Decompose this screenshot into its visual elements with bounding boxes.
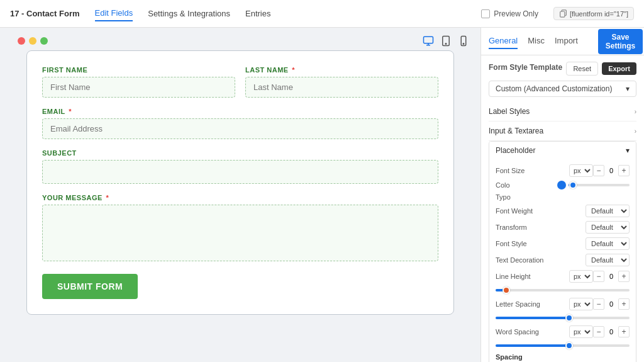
form-group-lastname: LAST NAME * <box>245 66 438 98</box>
typo-row: Typo <box>496 193 630 201</box>
preview-only-checkbox[interactable] <box>481 9 490 18</box>
font-size-unit-select[interactable]: px <box>569 164 593 177</box>
text-decoration-row: Text Decoration Default <box>496 254 630 266</box>
text-decoration-select[interactable]: Default <box>586 254 630 266</box>
input-textarea-row[interactable]: Input & Textarea › <box>489 122 636 141</box>
form-style-template-section: Form Style Template Reset Export Custom … <box>489 62 636 97</box>
dot-green <box>40 37 48 45</box>
form-row-message: YOUR MESSAGE * <box>42 194 438 261</box>
font-weight-label: Font Weight <box>496 207 586 215</box>
device-desktop-icon[interactable] <box>421 34 435 48</box>
font-size-decrement[interactable]: − <box>593 165 604 176</box>
color-slider[interactable] <box>569 181 630 189</box>
device-tablet-icon[interactable] <box>439 34 453 48</box>
placeholder-body: Font Size px − 0 + Colo <box>489 159 636 362</box>
letter-spacing-row: Letter Spacing px − 0 + <box>496 298 630 310</box>
font-style-select[interactable]: Default <box>586 237 630 250</box>
font-size-input-group: − 0 + <box>593 165 630 176</box>
color-row: Colo <box>496 181 630 189</box>
line-height-row: Line Height px − 0 + <box>496 270 630 283</box>
shortcode-badge[interactable]: [fluentform id="17"] <box>553 7 634 20</box>
svg-rect-2 <box>424 37 433 43</box>
font-weight-row: Font Weight Default <box>496 205 630 217</box>
input-subject[interactable] <box>42 160 438 184</box>
font-weight-select[interactable]: Default <box>586 205 630 217</box>
input-lastname[interactable] <box>245 77 438 98</box>
label-message: YOUR MESSAGE * <box>42 194 438 201</box>
tab-import[interactable]: Import <box>555 33 578 49</box>
template-dropdown[interactable]: Custom (Advanced Customization) ▾ <box>489 81 636 97</box>
word-spacing-increment[interactable]: + <box>618 326 630 337</box>
word-spacing-value: 0 <box>606 328 617 336</box>
device-mobile-icon[interactable] <box>457 34 470 48</box>
word-spacing-row: Word Spacing px − 0 + <box>496 325 630 338</box>
submit-button[interactable]: SUBMIT FORM <box>42 274 138 299</box>
letter-spacing-label: Letter Spacing <box>496 300 569 308</box>
font-size-value: 0 <box>606 167 617 174</box>
line-height-slider[interactable] <box>496 286 630 294</box>
font-size-increment[interactable]: + <box>618 165 630 176</box>
dropdown-chevron-icon: ▾ <box>626 84 630 93</box>
tab-misc[interactable]: Misc <box>528 33 545 49</box>
placeholder-chevron-icon: ▾ <box>626 146 630 155</box>
right-panel: General Misc Import Save Settings Form S… <box>480 28 644 362</box>
color-label: Colo <box>496 181 557 189</box>
label-styles-row[interactable]: Label Styles › <box>489 102 636 122</box>
label-email: EMAIL * <box>42 108 438 115</box>
letter-spacing-increment[interactable]: + <box>618 298 630 310</box>
label-subject: SUBJECT <box>42 149 438 157</box>
line-height-label: Line Height <box>496 273 569 280</box>
export-button[interactable]: Export <box>602 62 636 75</box>
reset-button[interactable]: Reset <box>566 62 598 76</box>
input-message[interactable] <box>42 205 438 261</box>
line-height-increment[interactable]: + <box>618 271 630 282</box>
tab-general[interactable]: General <box>489 33 518 49</box>
preview-dots <box>10 37 48 45</box>
form-group-message: YOUR MESSAGE * <box>42 194 438 261</box>
nav-link-edit-fields[interactable]: Edit Fields <box>95 6 133 21</box>
line-height-value: 0 <box>606 273 617 280</box>
input-email[interactable] <box>42 118 438 139</box>
dot-red <box>18 37 25 45</box>
save-settings-button[interactable]: Save Settings <box>598 29 643 54</box>
letter-spacing-value: 0 <box>606 300 617 308</box>
preview-only-wrap: Preview Only <box>481 9 538 18</box>
font-style-label: Font Style <box>496 240 586 247</box>
spacing-label-row: Spacing <box>496 353 630 361</box>
transform-row: Transform Default <box>496 221 630 234</box>
label-firstname: FIRST NAME <box>42 66 235 74</box>
line-height-input-group: − 0 + <box>593 271 630 282</box>
svg-point-6 <box>463 43 464 45</box>
word-spacing-decrement[interactable]: − <box>593 326 604 337</box>
label-styles-label: Label Styles <box>489 107 530 116</box>
nav-link-settings[interactable]: Settings & Integrations <box>148 6 230 21</box>
letter-spacing-decrement[interactable]: − <box>593 298 604 310</box>
preview-content: FIRST NAME LAST NAME * <box>0 50 480 362</box>
label-lastname: LAST NAME * <box>245 66 438 74</box>
text-decoration-label: Text Decoration <box>496 256 586 264</box>
form-group-subject: SUBJECT <box>42 149 438 184</box>
line-height-decrement[interactable]: − <box>593 271 604 282</box>
letter-spacing-unit-select[interactable]: px <box>569 298 593 310</box>
template-dropdown-value: Custom (Advanced Customization) <box>496 84 612 93</box>
form-card: FIRST NAME LAST NAME * <box>26 50 454 315</box>
dot-yellow <box>29 37 36 45</box>
placeholder-label: Placeholder <box>496 146 535 155</box>
letter-spacing-slider[interactable] <box>496 314 630 322</box>
font-size-label: Font Size <box>496 167 569 174</box>
template-section-label: Form Style Template <box>489 63 562 72</box>
placeholder-header[interactable]: Placeholder ▾ <box>489 142 636 159</box>
word-spacing-slider-row <box>496 342 630 349</box>
letter-spacing-slider-row <box>496 314 630 322</box>
word-spacing-unit-select[interactable]: px <box>569 325 593 338</box>
template-header-row: Form Style Template Reset Export <box>489 62 636 76</box>
main-area: FIRST NAME LAST NAME * <box>0 28 644 362</box>
line-height-unit-select[interactable]: px <box>569 270 593 283</box>
transform-select[interactable]: Default <box>586 221 630 234</box>
word-spacing-slider[interactable] <box>496 342 630 349</box>
input-textarea-chevron: › <box>635 128 636 135</box>
word-spacing-input-group: − 0 + <box>593 326 630 337</box>
input-firstname[interactable] <box>42 77 235 98</box>
svg-rect-1 <box>560 11 565 17</box>
nav-link-entries[interactable]: Entries <box>245 6 270 21</box>
